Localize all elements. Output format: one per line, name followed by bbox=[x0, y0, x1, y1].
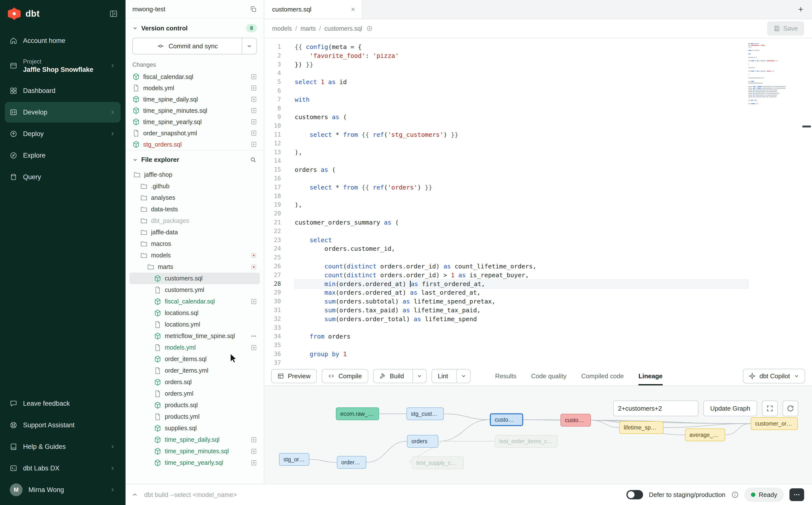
commit-and-sync-button[interactable]: Commit and sync bbox=[132, 38, 257, 54]
file-tree-row[interactable]: time_spine_minutes.sql bbox=[130, 446, 260, 457]
sidebar-item-support-assistant[interactable]: Support Assistant bbox=[5, 415, 121, 436]
lineage-node-orders[interactable]: orders bbox=[407, 435, 438, 448]
sidebar-item-user-account[interactable]: M Mirna Wong bbox=[5, 480, 121, 500]
change-row[interactable]: order_snapshot.yml bbox=[130, 128, 260, 139]
file-tree-row[interactable]: orders.yml bbox=[130, 388, 260, 399]
tab-lineage[interactable]: Lineage bbox=[638, 367, 662, 385]
lineage-node-lifetime[interactable]: lifetime_spen… bbox=[619, 421, 663, 434]
lineage-node-customer_orde[interactable]: customer_orde… bbox=[751, 417, 798, 430]
copy-branch-icon[interactable] bbox=[250, 5, 257, 13]
file-tree-row[interactable]: order_items.sql bbox=[130, 353, 260, 365]
search-files-icon[interactable] bbox=[250, 156, 257, 164]
file-tree-row[interactable]: locations.sql bbox=[130, 307, 260, 319]
lineage-node-order_it[interactable]: order_it… bbox=[337, 456, 366, 469]
close-tab-icon[interactable] bbox=[350, 6, 356, 12]
stage-file-icon[interactable] bbox=[251, 96, 257, 103]
commit-options-chevron[interactable] bbox=[242, 38, 257, 54]
file-tree-row[interactable]: marts bbox=[130, 261, 260, 273]
row-menu-icon[interactable] bbox=[251, 333, 257, 339]
file-tree-row[interactable]: order_items.yml bbox=[130, 365, 260, 376]
file-tree-row[interactable]: supplies.sql bbox=[130, 423, 260, 434]
sidebar-item-explore[interactable]: Explore bbox=[5, 145, 121, 166]
lineage-node-test_order[interactable]: test_order_items_com… bbox=[495, 435, 557, 448]
sidebar-item-help-guides[interactable]: Help & Guides bbox=[5, 436, 121, 457]
lineage-selector-input[interactable] bbox=[613, 400, 698, 416]
code-editor[interactable]: 1234567891011121314151617181920212223242… bbox=[264, 38, 812, 367]
sidebar-item-dashboard[interactable]: Dashboard bbox=[5, 80, 121, 101]
file-tree-row[interactable]: macros bbox=[130, 238, 260, 249]
file-tree-row[interactable]: locations.yml bbox=[130, 319, 260, 330]
file-tree-row[interactable]: models.yml bbox=[130, 342, 260, 353]
lint-options-chevron[interactable] bbox=[457, 369, 470, 383]
sidebar-collapse-icon[interactable] bbox=[109, 10, 118, 18]
stage-file-icon[interactable] bbox=[251, 130, 257, 136]
expand-history-icon[interactable] bbox=[131, 491, 138, 498]
tab-results[interactable]: Results bbox=[495, 367, 517, 385]
stage-file-icon[interactable] bbox=[251, 107, 257, 114]
file-tree-row[interactable]: dbt_packages bbox=[130, 215, 260, 226]
sidebar-item-project[interactable]: Project Jaffle Shop Snowflake bbox=[5, 52, 121, 79]
file-tree-row[interactable]: time_spine_yearly.sql bbox=[130, 457, 260, 469]
change-row[interactable]: time_spine_daily.sql bbox=[130, 94, 260, 105]
sidebar-item-query[interactable]: Query bbox=[5, 167, 121, 187]
stage-file-icon[interactable] bbox=[251, 85, 257, 91]
change-row[interactable]: stg_orders.sql bbox=[130, 139, 260, 150]
dbt-command-input[interactable] bbox=[144, 491, 621, 499]
tab-compiled-code[interactable]: Compiled code bbox=[581, 367, 624, 385]
lineage-node-stg_customers[interactable]: stg_custo… bbox=[407, 407, 444, 420]
dbt-copilot-button[interactable]: dbt Copilot bbox=[743, 369, 805, 383]
file-tree-row[interactable]: products.yml bbox=[130, 411, 260, 423]
file-tree-row[interactable]: jaffle-data bbox=[130, 226, 260, 238]
minimap[interactable] bbox=[748, 43, 786, 107]
tab-customers-sql[interactable]: customers.sql bbox=[264, 0, 362, 19]
sidebar-item-develop[interactable]: Develop bbox=[5, 102, 121, 123]
stage-file-icon[interactable] bbox=[251, 460, 257, 466]
save-button[interactable]: Save bbox=[767, 21, 804, 35]
file-tree-row[interactable]: jaffle-shop bbox=[130, 169, 260, 180]
breadcrumb-file[interactable]: customers.sql bbox=[316, 25, 362, 32]
lineage-node-average[interactable]: average_ord… bbox=[685, 429, 725, 441]
lineage-node-test_supply[interactable]: test_supply_costs_s… bbox=[412, 457, 464, 469]
stage-file-icon[interactable] bbox=[251, 119, 257, 125]
lineage-node-stg_orders[interactable]: stg_orders bbox=[279, 453, 309, 466]
file-tree-row[interactable]: metricflow_time_spine.sql bbox=[130, 330, 260, 342]
fullscreen-button[interactable] bbox=[762, 400, 778, 416]
info-icon[interactable] bbox=[732, 491, 739, 498]
new-tab-button[interactable] bbox=[789, 0, 812, 19]
breadcrumb-models[interactable]: models bbox=[272, 25, 292, 32]
build-button[interactable]: Build bbox=[373, 369, 427, 383]
file-tree-row[interactable]: data-tests bbox=[130, 203, 260, 215]
preview-button[interactable]: Preview bbox=[271, 369, 317, 383]
stage-file-icon[interactable] bbox=[251, 141, 257, 148]
file-tree-row[interactable]: orders.sql bbox=[130, 376, 260, 388]
file-tree-row[interactable]: customers.sql bbox=[130, 273, 260, 284]
file-tree-row[interactable]: customers.yml bbox=[130, 284, 260, 296]
code-lines[interactable]: {{ config(meta = { 'favorite_food': 'piz… bbox=[295, 43, 748, 367]
change-row[interactable]: models.yml bbox=[130, 82, 260, 94]
build-options-chevron[interactable] bbox=[413, 369, 426, 383]
file-tree-row[interactable]: products.sql bbox=[130, 399, 260, 411]
lineage-node-custom[interactable]: custom… bbox=[560, 414, 591, 427]
lineage-node-customers[interactable]: customers bbox=[490, 413, 523, 426]
refresh-graph-button[interactable] bbox=[783, 400, 798, 416]
change-row[interactable]: time_spine_minutes.sql bbox=[130, 105, 260, 116]
file-tree-row[interactable]: time_spine_daily.sql bbox=[130, 434, 260, 446]
breadcrumb-marts[interactable]: marts bbox=[292, 25, 316, 32]
stage-file-icon[interactable] bbox=[251, 298, 257, 305]
compile-button[interactable]: Compile bbox=[322, 369, 368, 383]
stage-file-icon[interactable] bbox=[251, 448, 257, 455]
sidebar-item-account-home[interactable]: Account home bbox=[5, 30, 121, 51]
sidebar-item-deploy[interactable]: Deploy bbox=[5, 124, 121, 144]
tab-code-quality[interactable]: Code quality bbox=[531, 367, 566, 385]
file-tree-row[interactable]: models bbox=[130, 249, 260, 261]
defer-toggle[interactable] bbox=[626, 490, 643, 499]
stage-file-icon[interactable] bbox=[251, 73, 257, 80]
file-explorer-section-header[interactable]: File explorer bbox=[126, 150, 264, 168]
sidebar-item-leave-feedback[interactable]: Leave feedback bbox=[5, 393, 121, 414]
lint-button[interactable]: Lint bbox=[432, 369, 471, 383]
ide-status-badge[interactable]: Ready bbox=[745, 488, 784, 502]
update-graph-button[interactable]: Update Graph bbox=[703, 400, 757, 416]
scrollbar-marker[interactable] bbox=[802, 126, 811, 128]
file-tree-row[interactable]: .github bbox=[130, 180, 260, 192]
stage-file-icon[interactable] bbox=[251, 344, 257, 351]
